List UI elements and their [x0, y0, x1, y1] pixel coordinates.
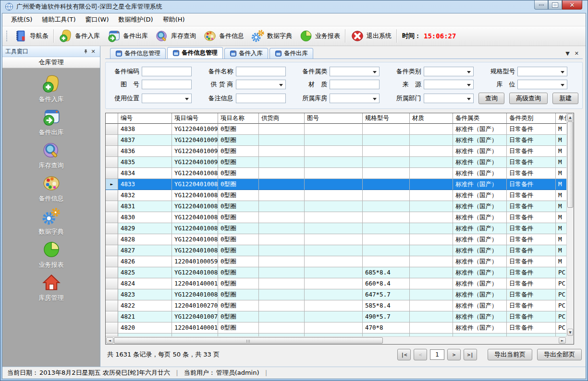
scroll-up-icon[interactable]: ▲ — [567, 114, 573, 121]
table-row[interactable]: 4836YG122040100910型圈标准件（国产）日常备件M — [106, 146, 566, 157]
table-row[interactable]: 4823YG122040100800型圈647*5.7标准件（国产）日常备件PC — [106, 289, 566, 300]
row-selector-cell[interactable] — [106, 256, 118, 267]
scroll-down-icon[interactable]: ▼ — [567, 329, 573, 336]
first-page-button[interactable]: |< — [397, 349, 411, 360]
table-row[interactable]: 4827YG122040100820型圈标准件（国产）日常备件M — [106, 245, 566, 256]
toolbar-button-parts-out[interactable]: 备件出库 — [103, 28, 151, 44]
table-row[interactable]: 4835YG122040100900型圈标准件（国产）日常备件M — [106, 157, 566, 168]
sidebar-item-stock-query[interactable]: 库存查询 — [2, 140, 100, 173]
sidebar-item-data-dict[interactable]: 数据字典 — [2, 206, 100, 239]
page-number-input[interactable]: 1 — [430, 349, 444, 360]
row-selector-cell[interactable] — [106, 223, 118, 234]
vertical-scrollbar[interactable]: ▲ ▼ — [566, 113, 574, 336]
horizontal-scrollbar[interactable]: ◄ ► — [106, 336, 566, 344]
warehouse-select[interactable] — [330, 94, 380, 103]
toolbar-button-data-dict[interactable]: 数据字典 — [247, 28, 295, 44]
new-button[interactable]: 新建 — [552, 93, 578, 104]
horizontal-scroll-thumb[interactable] — [114, 337, 383, 344]
row-selector-cell[interactable] — [106, 234, 118, 245]
supplier-select[interactable] — [236, 80, 286, 89]
part-name-input[interactable] — [236, 67, 286, 76]
tab-list-dropdown-icon[interactable]: ▼ — [565, 50, 569, 57]
row-selector-cell[interactable] — [106, 245, 118, 256]
table-row[interactable]: 482612204010005990型圈标准件（国产）日常备件M — [106, 256, 566, 267]
row-selector-cell[interactable] — [106, 168, 118, 179]
prev-page-button[interactable]: < — [414, 349, 427, 360]
table-row[interactable]: 4825YG122040100810型圈685*8.4标准件（国产）日常备件PC — [106, 267, 566, 278]
tab-2[interactable]: 备件入库 — [224, 48, 268, 59]
menu-item[interactable]: 帮助(H) — [158, 14, 190, 25]
sidebar-item-parts-in[interactable]: 备件入库 — [2, 74, 100, 107]
material-input[interactable] — [330, 80, 380, 89]
tab-0[interactable]: 备件信息管理 — [110, 48, 166, 59]
row-selector-cell[interactable] — [106, 311, 118, 322]
column-header[interactable]: 备件属类 — [453, 113, 507, 124]
table-row[interactable]: 4830YG122040100850型圈标准件（国产）日常备件M — [106, 212, 566, 223]
table-row[interactable]: 4832YG122040100870型圈标准件（国产）日常备件M — [106, 190, 566, 201]
spec-model-select[interactable] — [517, 67, 567, 76]
scroll-left-icon[interactable]: ◄ — [106, 337, 113, 344]
pin-icon[interactable] — [82, 48, 89, 55]
row-selector-cell[interactable] — [106, 157, 118, 168]
table-row[interactable]: ►4833YG122040100880型圈标准件（国产）日常备件M — [106, 179, 566, 190]
toolbar-button-exit[interactable]: 退出系统 — [347, 28, 395, 44]
tab-1[interactable]: 备件信息管理 — [167, 47, 223, 59]
menu-item[interactable]: 系统(S) — [6, 14, 37, 25]
menu-item[interactable]: 辅助工具(T) — [37, 14, 80, 25]
row-selector-cell[interactable] — [106, 322, 118, 333]
table-row[interactable]: 4838YG122040100930型圈标准件（国产）日常备件M — [106, 124, 566, 135]
table-row[interactable]: 482412204014000120型圈660*8.4标准件（国产）日常备件PC — [106, 278, 566, 289]
table-row[interactable]: 4821YG122040100790型圈490*5.7标准件（国产）日常备件PC — [106, 311, 566, 322]
table-row[interactable]: 482212204010027000型圈585*8.4标准件（国产）日常备件PC — [106, 300, 566, 311]
row-selector-cell[interactable] — [106, 300, 118, 311]
table-row[interactable]: 4828YG122040100830型圈标准件（国产）日常备件M — [106, 234, 566, 245]
export-current-page-button[interactable]: 导出当前页 — [488, 349, 532, 360]
scroll-right-icon[interactable]: ► — [559, 337, 566, 344]
row-selector-cell[interactable] — [106, 190, 118, 201]
row-selector-cell[interactable] — [106, 124, 118, 135]
remark-input[interactable] — [236, 94, 286, 103]
part-category-select[interactable] — [330, 67, 380, 76]
export-all-pages-button[interactable]: 导出全部页 — [537, 349, 582, 360]
row-selector-cell[interactable] — [106, 289, 118, 300]
table-row[interactable]: 4829YG122040100840型圈标准件（国产）日常备件M — [106, 223, 566, 234]
column-header[interactable]: 材质 — [410, 113, 453, 124]
toolbar-button-parts-in[interactable]: 备件入库 — [55, 28, 103, 44]
row-selector-cell[interactable] — [106, 278, 118, 289]
close-button[interactable]: ✕ — [562, 0, 582, 10]
menu-item[interactable]: 数据维护(D) — [114, 14, 158, 25]
row-selector-cell[interactable] — [106, 201, 118, 212]
tool-window-close-icon[interactable]: ✕ — [89, 48, 97, 55]
toolbar-button-parts-info[interactable]: 备件信息 — [199, 28, 247, 44]
column-header[interactable]: 供货商 — [259, 113, 305, 124]
toolbar-button-report[interactable]: 业务报表 — [295, 28, 343, 44]
column-header[interactable]: 备件类别 — [507, 113, 556, 124]
column-header[interactable]: 编号 — [118, 113, 172, 124]
part-code-input[interactable] — [142, 67, 192, 76]
location-select[interactable] — [517, 80, 567, 89]
sidebar-item-parts-info[interactable]: 备件信息 — [2, 173, 100, 206]
column-header[interactable]: 规格型号 — [363, 113, 410, 124]
minimize-button[interactable] — [534, 0, 548, 10]
source-select[interactable] — [424, 80, 474, 89]
vertical-scroll-thumb[interactable] — [567, 121, 573, 208]
tab-close-icon[interactable]: ✕ — [575, 50, 579, 57]
menu-item[interactable]: 窗口(W) — [81, 14, 114, 25]
row-selector-cell[interactable]: ► — [106, 179, 118, 190]
toolbar-button-navbar[interactable]: 导航条 — [10, 28, 52, 44]
row-selector-cell[interactable] — [106, 146, 118, 157]
department-select[interactable] — [424, 94, 474, 103]
usage-position-select[interactable] — [142, 94, 192, 103]
maximize-button[interactable] — [548, 0, 562, 10]
row-selector-cell[interactable] — [106, 135, 118, 146]
query-button[interactable]: 查询 — [478, 93, 504, 104]
column-header[interactable]: 单位 — [556, 113, 566, 124]
sidebar-item-report[interactable]: 业务报表 — [2, 239, 100, 273]
last-page-button[interactable]: >| — [464, 349, 477, 360]
column-header[interactable]: 图号 — [305, 113, 363, 124]
row-selector-cell[interactable] — [106, 212, 118, 223]
table-row[interactable]: 4837YG122040100920型圈标准件（国产）日常备件M — [106, 135, 566, 146]
sidebar-item-parts-out[interactable]: 备件出库 — [2, 107, 100, 140]
table-row[interactable]: 4834YG122040100890型圈标准件（国产）日常备件M — [106, 168, 566, 179]
next-page-button[interactable]: > — [447, 349, 461, 360]
